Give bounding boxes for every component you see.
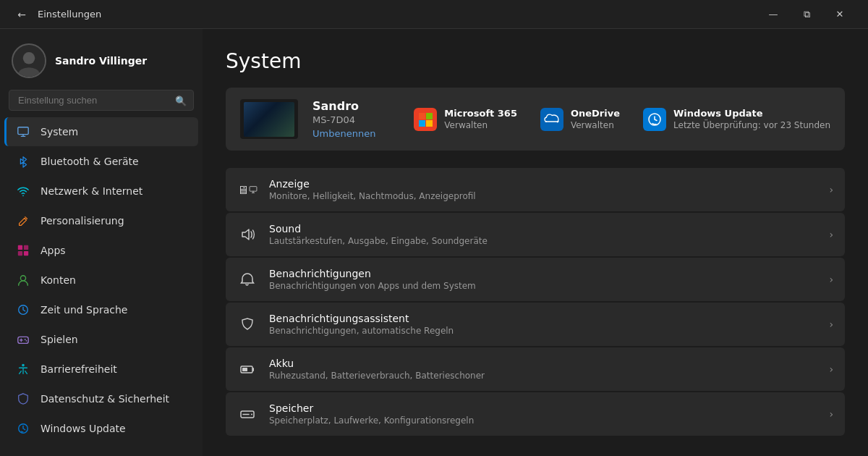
- title-bar: ← Einstellungen — ⧉ ✕: [0, 0, 868, 29]
- battery-title: Akku: [269, 358, 817, 369]
- sidebar-item-network[interactable]: Netzwerk & Internet: [4, 177, 198, 206]
- svg-rect-8: [24, 251, 28, 256]
- svg-rect-18: [419, 120, 425, 127]
- sidebar-item-system[interactable]: System: [4, 117, 198, 146]
- svg-rect-17: [426, 113, 433, 119]
- page-title: System: [226, 49, 845, 73]
- sidebar-item-personalization[interactable]: Personalisierung: [4, 206, 198, 235]
- sidebar-item-windows-update[interactable]: Windows Update: [4, 414, 198, 443]
- close-button[interactable]: ✕: [823, 0, 856, 29]
- sidebar-item-privacy[interactable]: Datenschutz & Sicherheit: [4, 384, 198, 413]
- settings-item-focus[interactable]: Benachrichtigungsassistent Benachrichtig…: [226, 303, 845, 346]
- sidebar-item-time[interactable]: Zeit und Sprache: [4, 295, 198, 324]
- storage-chevron: ›: [829, 408, 833, 420]
- winupdate-name: Windows Update: [673, 108, 830, 119]
- device-model: MS-7D04: [312, 114, 399, 125]
- main-layout: Sandro Villinger 🔍 System: [0, 29, 868, 456]
- windows-update-icon: [16, 421, 30, 436]
- settings-item-anzeige[interactable]: Anzeige Monitore, Helligkeit, Nachtmodus…: [226, 168, 845, 211]
- sidebar-item-label: Datenschutz & Sicherheit: [41, 393, 169, 405]
- anzeige-chevron: ›: [829, 184, 833, 195]
- ms365-info: Microsoft 365 Verwalten: [444, 108, 517, 130]
- sidebar-item-label: Netzwerk & Internet: [41, 185, 142, 197]
- notifications-text: Benachrichtigungen Benachrichtigungen vo…: [269, 268, 817, 291]
- sidebar-item-gaming[interactable]: Spielen: [4, 325, 198, 354]
- anzeige-title: Anzeige: [269, 178, 817, 190]
- settings-item-sound[interactable]: Sound Lautstärkestufen, Ausgabe, Eingabe…: [226, 213, 845, 256]
- focus-desc: Benachrichtigungen, automatische Regeln: [269, 326, 817, 336]
- content-area: System Sandro MS-7D04 Umbenennen: [203, 29, 868, 456]
- ms365-icon: [414, 108, 437, 131]
- svg-point-13: [26, 340, 27, 342]
- onedrive-name: OneDrive: [571, 108, 620, 119]
- focus-chevron: ›: [829, 318, 833, 330]
- notifications-chevron: ›: [829, 274, 833, 285]
- battery-desc: Ruhezustand, Batterieverbrauch, Batterie…: [269, 371, 817, 381]
- back-button[interactable]: ←: [12, 4, 32, 25]
- sidebar-item-label: Konten: [41, 274, 76, 286]
- ms365-action: Verwalten: [444, 120, 517, 130]
- sidebar-item-apps[interactable]: Apps: [4, 236, 198, 265]
- sidebar-item-label: Bluetooth & Geräte: [41, 156, 139, 167]
- avatar: [12, 43, 46, 78]
- battery-text: Akku Ruhezustand, Batterieverbrauch, Bat…: [269, 358, 817, 381]
- winupdate-icon: [643, 108, 666, 131]
- sidebar-user[interactable]: Sandro Villinger: [0, 29, 203, 90]
- onedrive-icon: [540, 108, 563, 131]
- bluetooth-icon: [16, 154, 30, 169]
- focus-text: Benachrichtigungsassistent Benachrichtig…: [269, 313, 817, 336]
- battery-icon: [237, 359, 258, 379]
- time-icon: [16, 303, 30, 317]
- storage-icon: [237, 404, 258, 424]
- notifications-title: Benachrichtigungen: [269, 268, 817, 279]
- sidebar-item-accessibility[interactable]: Barrierefreiheit: [4, 355, 198, 384]
- anzeige-icon: [237, 180, 258, 200]
- onedrive-info: OneDrive Verwalten: [571, 108, 620, 130]
- svg-rect-16: [419, 113, 425, 119]
- sound-title: Sound: [269, 223, 817, 235]
- sidebar-search-container: 🔍: [9, 90, 194, 111]
- anzeige-desc: Monitore, Helligkeit, Nachtmodus, Anzeig…: [269, 191, 817, 201]
- svg-point-4: [22, 195, 24, 196]
- svg-rect-7: [18, 251, 22, 256]
- service-onedrive[interactable]: OneDrive Verwalten: [540, 108, 620, 131]
- winupdate-info: Windows Update Letzte Überprüfung: vor 2…: [673, 108, 830, 130]
- sound-chevron: ›: [829, 229, 833, 240]
- notifications-desc: Benachrichtigungen von Apps und dem Syst…: [269, 281, 817, 291]
- focus-title: Benachrichtigungsassistent: [269, 313, 817, 324]
- svg-point-9: [20, 276, 25, 281]
- storage-title: Speicher: [269, 402, 817, 414]
- storage-desc: Speicherplatz, Laufwerke, Konfigurations…: [269, 415, 817, 426]
- accounts-icon: [16, 273, 30, 287]
- search-input[interactable]: [9, 90, 194, 111]
- settings-list: Anzeige Monitore, Helligkeit, Nachtmodus…: [226, 168, 845, 436]
- sidebar-item-label: Personalisierung: [41, 215, 124, 227]
- device-name: Sandro: [312, 99, 399, 113]
- device-rename-link[interactable]: Umbenennen: [312, 128, 399, 139]
- svg-rect-5: [18, 245, 22, 250]
- sound-icon: [237, 224, 258, 245]
- sidebar-item-accounts[interactable]: Konten: [4, 266, 198, 295]
- settings-item-battery[interactable]: Akku Ruhezustand, Batterieverbrauch, Bat…: [226, 347, 845, 391]
- username: Sandro Villinger: [55, 55, 147, 67]
- settings-item-notifications[interactable]: Benachrichtigungen Benachrichtigungen vo…: [226, 258, 845, 301]
- sidebar-item-label: Spielen: [41, 334, 78, 345]
- battery-chevron: ›: [829, 363, 833, 375]
- svg-point-25: [251, 414, 252, 415]
- svg-rect-3: [18, 127, 28, 135]
- sidebar-item-bluetooth[interactable]: Bluetooth & Geräte: [4, 147, 198, 176]
- anzeige-text: Anzeige Monitore, Helligkeit, Nachtmodus…: [269, 178, 817, 201]
- svg-rect-23: [242, 368, 247, 371]
- svg-point-1: [23, 52, 35, 64]
- minimize-button[interactable]: —: [757, 0, 790, 29]
- settings-item-storage[interactable]: Speicher Speicherplatz, Laufwerke, Konfi…: [226, 392, 845, 436]
- device-card: Sandro MS-7D04 Umbenennen: [226, 88, 845, 151]
- service-winupdate[interactable]: Windows Update Letzte Überprüfung: vor 2…: [643, 108, 830, 131]
- network-icon: [16, 184, 30, 198]
- maximize-button[interactable]: ⧉: [790, 0, 823, 29]
- service-ms365[interactable]: Microsoft 365 Verwalten: [414, 108, 517, 131]
- privacy-icon: [16, 392, 30, 406]
- personalization-icon: [16, 214, 30, 228]
- gaming-icon: [16, 332, 30, 347]
- sidebar-item-label: Zeit und Sprache: [41, 304, 127, 316]
